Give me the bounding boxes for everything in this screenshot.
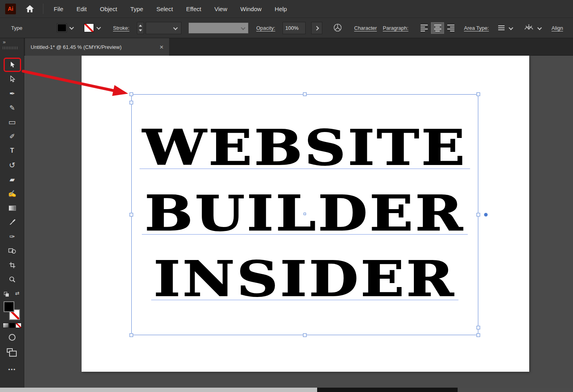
eyedropper-tool[interactable] <box>0 215 24 229</box>
rotate-tool[interactable]: ↺ <box>0 158 24 172</box>
pen-tool[interactable]: ✒ <box>0 86 24 101</box>
fill-chevron-down-icon[interactable] <box>69 25 74 29</box>
text-in-port-handle[interactable] <box>130 101 133 105</box>
curvature-tool[interactable]: ✎ <box>0 101 24 115</box>
tab-title: Untitled-1* @ 61.45 % (CMYK/Preview) <box>31 44 122 50</box>
shape-builder-tool[interactable] <box>0 244 24 258</box>
selection-center-point[interactable] <box>304 213 306 215</box>
bottom-strip-right-segment <box>458 388 573 392</box>
align-center-button[interactable] <box>431 22 444 34</box>
tools-panel: » ✒ ✎ ▭ ✐ T ↺ ▰ ✍ ✑ <box>0 38 24 388</box>
control-bar: Type Stroke: Opacity: 100% Characte <box>0 18 573 38</box>
menu-file[interactable]: File <box>54 6 63 12</box>
paragraph-align-group <box>418 22 457 34</box>
selection-handle-bottom-right[interactable] <box>477 334 480 337</box>
align-panel-label[interactable]: Align <box>552 25 563 31</box>
default-fill-stroke-icon[interactable] <box>4 292 7 295</box>
variable-width-profile-select[interactable] <box>189 23 248 33</box>
gradient-mode-icon[interactable] <box>3 323 9 328</box>
character-label[interactable]: Character <box>354 25 377 31</box>
color-mode-buttons <box>3 323 21 328</box>
swap-fill-stroke-icon[interactable]: ⇄ <box>15 290 19 296</box>
home-icon[interactable] <box>25 5 35 13</box>
opacity-input[interactable]: 100% <box>283 22 306 34</box>
blob-brush-tool[interactable]: ✑ <box>0 229 24 244</box>
chevron-down-icon[interactable] <box>537 25 542 30</box>
type-tool[interactable]: T <box>0 144 24 158</box>
stroke-label[interactable]: Stroke: <box>113 25 129 31</box>
bottom-strip-dark-segment <box>317 388 458 392</box>
selection-handle-bottom-middle[interactable] <box>303 334 307 337</box>
text-out-port-handle[interactable] <box>477 326 480 330</box>
stroke-color-swatch[interactable] <box>84 24 94 32</box>
paragraph-label[interactable]: Paragraph: <box>383 25 408 31</box>
selection-handle-top-right[interactable] <box>477 93 480 96</box>
envelope-distort-icon[interactable] <box>524 23 534 30</box>
document-tab[interactable]: Untitled-1* @ 61.45 % (CMYK/Preview) × <box>25 38 169 56</box>
fill-swatch[interactable] <box>4 301 14 312</box>
opacity-label[interactable]: Opacity: <box>256 25 275 31</box>
toolbar-grip[interactable] <box>3 47 19 49</box>
chevron-down-icon <box>241 25 245 30</box>
selection-handle-top-middle[interactable] <box>303 93 307 96</box>
collapse-panel-icon[interactable]: » <box>3 39 5 45</box>
selection-handle-top-left[interactable] <box>130 93 133 96</box>
menu-edit[interactable]: Edit <box>76 6 87 12</box>
stroke-chevron-down-icon[interactable] <box>96 25 101 29</box>
stroke-weight-stepper[interactable] <box>137 22 144 34</box>
menu-items: File Edit Object Type Select Effect View… <box>54 6 287 12</box>
menu-select[interactable]: Select <box>156 6 173 12</box>
recolor-artwork-icon[interactable] <box>333 23 342 32</box>
selection-tool[interactable] <box>4 58 21 72</box>
stepper-down-icon[interactable] <box>139 29 142 31</box>
menu-window[interactable]: Window <box>240 6 261 12</box>
swatch-controls: ⇄ <box>0 291 24 297</box>
illustrator-window: Ai File Edit Object Type Select Effect V… <box>0 0 573 392</box>
edit-toolbar-icon[interactable]: ••• <box>0 367 24 373</box>
toolbar-tools: ✒ ✎ ▭ ✐ T ↺ ▰ ✍ ✑ <box>0 58 24 287</box>
selection-handle-bottom-left[interactable] <box>130 334 133 337</box>
selection-handle-middle-left[interactable] <box>130 213 133 217</box>
gradient-tool[interactable] <box>0 201 24 215</box>
menu-object[interactable]: Object <box>100 6 117 12</box>
artboard-tool[interactable] <box>0 258 24 272</box>
bottom-strip <box>0 388 573 392</box>
screen-mode-icon[interactable] <box>7 348 13 353</box>
opacity-value: 100% <box>285 25 298 31</box>
selection-handle-middle-right[interactable] <box>477 213 480 217</box>
eraser-tool[interactable]: ▰ <box>0 172 24 186</box>
paintbrush-tool[interactable]: ✐ <box>0 129 24 144</box>
tab-close-icon[interactable]: × <box>160 44 164 50</box>
menu-type[interactable]: Type <box>130 6 143 12</box>
shaper-tool[interactable]: ✍ <box>0 186 24 201</box>
zoom-tool[interactable] <box>0 272 24 287</box>
menu-bar: Ai File Edit Object Type Select Effect V… <box>0 0 573 18</box>
app-logo-label: Ai <box>8 6 14 12</box>
menu-help[interactable]: Help <box>275 6 287 12</box>
menu-view[interactable]: View <box>214 6 227 12</box>
align-right-button[interactable] <box>444 22 457 34</box>
chevron-down-icon[interactable] <box>509 25 513 30</box>
align-left-button[interactable] <box>418 22 431 34</box>
none-mode-icon[interactable] <box>16 323 21 328</box>
fill-color-swatch[interactable] <box>57 24 66 32</box>
opacity-options-button[interactable] <box>311 22 322 34</box>
app-logo-icon[interactable]: Ai <box>5 4 16 14</box>
chevron-right-icon <box>314 26 319 30</box>
direct-selection-tool[interactable] <box>0 72 24 86</box>
color-mode-icon[interactable] <box>9 323 15 328</box>
document-tab-bar: Untitled-1* @ 61.45 % (CMYK/Preview) × <box>24 38 573 56</box>
chevron-down-icon[interactable] <box>173 25 177 30</box>
drawing-mode-icon[interactable] <box>9 334 16 341</box>
menu-divider <box>43 4 43 14</box>
rectangle-tool[interactable]: ▭ <box>0 115 24 129</box>
context-label: Type <box>11 25 22 31</box>
menu-effect[interactable]: Effect <box>186 6 201 12</box>
stroke-weight-select[interactable] <box>146 22 181 34</box>
area-type-label[interactable]: Area Type: <box>464 25 489 31</box>
stepper-up-icon[interactable] <box>139 25 142 27</box>
text-resize-widget[interactable] <box>484 213 488 217</box>
area-type-options-icon[interactable] <box>498 25 505 30</box>
